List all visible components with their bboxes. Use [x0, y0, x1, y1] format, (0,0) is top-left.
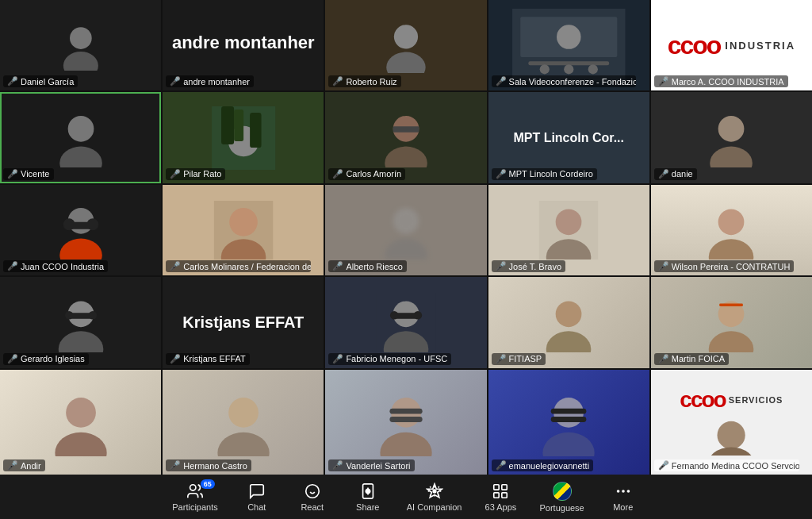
mic-icon-10: 🎤: [658, 169, 669, 179]
tile-name-14: 🎤 José T. Bravo: [492, 260, 565, 272]
svg-point-3: [386, 52, 425, 72]
tile-name-22: 🎤 Hermano Castro: [166, 459, 251, 471]
svg-point-9: [564, 65, 573, 75]
react-label: React: [301, 502, 324, 512]
mic-icon-20: 🎤: [658, 354, 669, 364]
ai-companion-label: AI Companion: [407, 502, 462, 512]
tile-name-20: 🎤 Martin FOICA: [654, 353, 729, 365]
tile-name-19: 🎤 FITIASP: [492, 353, 546, 365]
video-tile-24[interactable]: 🎤 emanuelegiovannetti: [488, 370, 649, 475]
video-tile-9[interactable]: MPT Lincoln Cor... 🎤 MPT Lincoln Cordeir…: [488, 92, 649, 183]
video-tile-14[interactable]: 🎤 José T. Bravo: [488, 185, 649, 275]
svg-rect-75: [494, 492, 499, 497]
svg-point-1: [63, 52, 98, 71]
svg-point-59: [380, 432, 431, 456]
video-tile-25[interactable]: ccoo servicios 🎤 Fernando Medina CCOO Se…: [651, 370, 812, 475]
mic-icon-19: 🎤: [496, 354, 507, 364]
video-tile-22[interactable]: 🎤 Hermano Castro: [163, 370, 324, 475]
more-button[interactable]: More: [596, 475, 651, 519]
mic-icon-9: 🎤: [496, 169, 507, 179]
person-avatar-15: [679, 201, 783, 260]
person-avatar-13: [354, 201, 458, 260]
mic-icon-15: 🎤: [658, 261, 669, 271]
mic-icon-1: 🎤: [7, 76, 18, 86]
svg-point-69: [306, 484, 320, 498]
mic-icon-2: 🎤: [170, 76, 181, 86]
participants-badge: 65: [201, 479, 215, 489]
person-avatar-3: [358, 18, 454, 73]
portuguese-button[interactable]: Portuguese: [528, 475, 595, 519]
video-tile-16[interactable]: 🎤 Gerardo Iglesias: [0, 277, 161, 367]
svg-point-57: [217, 432, 269, 456]
mic-icon-3: 🎤: [332, 76, 343, 86]
video-tile-23[interactable]: 🎤 Vanderlei Sartori: [325, 370, 486, 475]
svg-rect-15: [221, 106, 234, 144]
video-tile-18[interactable]: 🎤 Fabricio Menegon - UFSC: [325, 277, 486, 367]
portuguese-flag-icon: [553, 482, 572, 501]
svg-rect-65: [551, 417, 587, 422]
person-avatar-25: [675, 414, 787, 456]
svg-point-8: [540, 65, 550, 75]
participants-button[interactable]: 65 Participants: [161, 475, 228, 519]
tile-name-16: 🎤 Gerardo Iglesias: [3, 353, 89, 365]
mic-icon-24: 🎤: [496, 460, 507, 471]
video-tile-20[interactable]: 🎤 Martin FOICA: [651, 277, 812, 367]
ai-companion-icon: [426, 482, 443, 500]
mic-icon-17: 🎤: [170, 354, 181, 364]
video-tile-3[interactable]: 🎤 Roberto Ruiz: [325, 0, 486, 90]
svg-rect-20: [393, 126, 419, 132]
video-tile-17[interactable]: Kristjans EFFAT 🎤 Kristjans EFFAT: [163, 277, 324, 367]
person-avatar-24: [516, 388, 621, 456]
tile-name-3: 🎤 Roberto Ruiz: [328, 75, 400, 87]
video-tile-7[interactable]: 🎤 Pilar Rato: [163, 92, 324, 183]
video-tile-21[interactable]: 🎤 Andir: [0, 370, 161, 475]
tile-name-7: 🎤 Pilar Rato: [166, 168, 225, 180]
svg-rect-76: [502, 492, 507, 497]
mic-icon-23: 🎤: [332, 460, 343, 471]
mic-icon-12: 🎤: [170, 261, 181, 271]
mic-icon-8: 🎤: [332, 169, 343, 179]
mic-icon-16: 🎤: [7, 354, 18, 364]
share-label: Share: [356, 502, 379, 512]
chat-button[interactable]: Chat: [229, 475, 285, 519]
mic-icon-11: 🎤: [7, 261, 18, 271]
video-tile-13[interactable]: 🎤 Alberto Riesco: [325, 185, 486, 275]
person-avatar-19: [516, 293, 621, 352]
person-avatar-16: [29, 293, 133, 352]
mic-icon-22: 🎤: [170, 460, 181, 471]
video-tile-5[interactable]: ccoo industria 🎤 Marco A. CCOO INDUSTRIA: [651, 0, 812, 90]
share-button[interactable]: Share: [340, 475, 396, 519]
video-tile-11[interactable]: 🎤 Juan CCOO Industria: [0, 185, 161, 275]
video-tile-19[interactable]: 🎤 FITIASP: [488, 277, 649, 367]
video-tile-15[interactable]: 🎤 Wilson Pereira - CONTRATUH: [651, 185, 812, 275]
svg-point-67: [707, 447, 756, 456]
chat-label: Chat: [247, 502, 266, 512]
svg-rect-27: [64, 222, 98, 229]
tile-name-23: 🎤 Vanderlei Sartori: [328, 459, 414, 471]
mic-icon-21: 🎤: [7, 460, 18, 471]
tile-name-24: 🎤 emanuelegiovannetti: [492, 459, 594, 471]
svg-point-19: [385, 146, 427, 167]
react-button[interactable]: React: [285, 475, 340, 519]
big-name-17: Kristjans EFFAT: [182, 313, 304, 332]
video-tile-6[interactable]: 🎤 Vicente: [0, 92, 161, 183]
video-tile-10[interactable]: 🎤 danie: [651, 92, 812, 183]
svg-rect-16: [250, 113, 261, 148]
video-tile-12[interactable]: 🎤 Carlos Molinares / Federacion de la C.…: [163, 185, 324, 275]
svg-point-39: [58, 332, 103, 352]
apps-button[interactable]: 63 Apps: [473, 475, 528, 519]
svg-point-63: [543, 432, 595, 456]
svg-point-56: [228, 398, 259, 428]
tile-name-25: 🎤 Fernando Medina CCOO Servcios: [654, 459, 799, 471]
mic-icon-18: 🎤: [332, 354, 343, 364]
svg-rect-17: [234, 110, 243, 141]
video-tile-8[interactable]: 🎤 Carlos Amorín: [325, 92, 486, 183]
ai-companion-button[interactable]: AI Companion: [396, 475, 473, 519]
mic-icon-6: 🎤: [7, 169, 18, 179]
video-tile-2[interactable]: andre montanher 🎤 andre montanher: [163, 0, 324, 90]
more-icon: [615, 482, 632, 500]
video-tile-4[interactable]: 🎤 Sala Videoconferenze - Fondazione ...: [488, 0, 649, 90]
svg-point-72: [433, 490, 436, 493]
svg-point-21: [718, 115, 745, 141]
video-tile-1[interactable]: 🎤 Daniel García: [0, 0, 161, 90]
